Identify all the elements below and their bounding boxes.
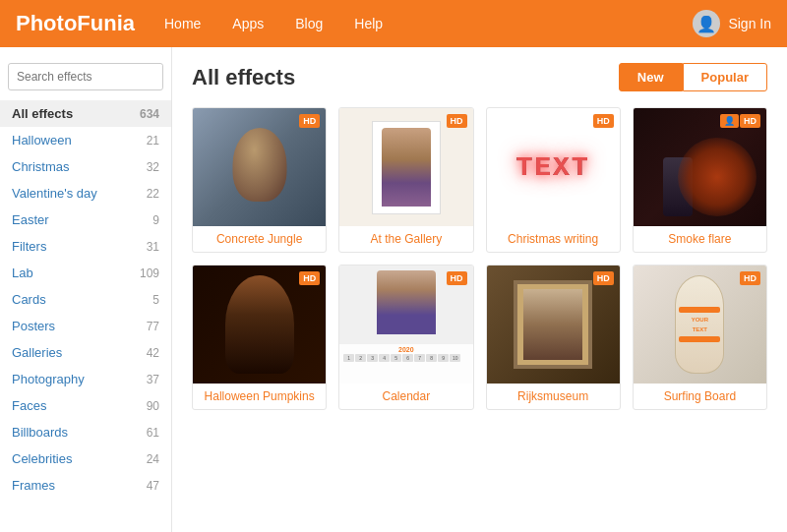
effect-card-calendar[interactable]: HD 2020 1 2 3 4 5 6 7 bbox=[338, 265, 473, 410]
sidebar-item-galleries[interactable]: Galleries 42 bbox=[0, 339, 171, 366]
sidebar-count-galleries: 42 bbox=[147, 346, 159, 360]
cal-cell: 6 bbox=[402, 354, 413, 362]
effect-name-at-the-gallery: At the Gallery bbox=[339, 226, 472, 252]
nav-apps[interactable]: Apps bbox=[226, 12, 270, 35]
sidebar-label-faces: Faces bbox=[12, 398, 46, 413]
sidebar-item-celebrities[interactable]: Celebrities 24 bbox=[0, 445, 171, 472]
sidebar-label-easter: Easter bbox=[12, 212, 49, 227]
effect-thumb-at-the-gallery: HD bbox=[339, 108, 472, 226]
toggle-group: New Popular bbox=[619, 63, 767, 91]
surfboard-text-your: YOUR bbox=[692, 317, 708, 323]
sidebar-item-easter[interactable]: Easter 9 bbox=[0, 207, 171, 233]
sidebar-item-filters[interactable]: Filters 31 bbox=[0, 233, 171, 260]
effect-card-concrete-jungle[interactable]: HD Concrete Jungle bbox=[192, 107, 327, 253]
sidebar-count-faces: 90 bbox=[147, 399, 159, 413]
calendar-overlay: 2020 1 2 3 4 5 6 7 8 9 10 bbox=[339, 344, 472, 384]
sidebar-count-posters: 77 bbox=[147, 320, 159, 333]
effect-card-at-the-gallery[interactable]: HD At the Gallery bbox=[338, 107, 473, 253]
rijks-inner bbox=[523, 289, 582, 360]
user-badge: 👤 bbox=[720, 114, 739, 128]
sidebar-count-easter: 9 bbox=[152, 213, 159, 227]
sidebar-item-billboards[interactable]: Billboards 61 bbox=[0, 419, 171, 445]
search-box[interactable]: 🔍 bbox=[8, 63, 163, 90]
sidebar-item-halloween[interactable]: Halloween 21 bbox=[0, 127, 171, 153]
header: PhotoFunia Home Apps Blog Help 👤 Sign In bbox=[0, 0, 787, 47]
hd-badge: HD bbox=[740, 114, 760, 128]
sidebar-item-valentines[interactable]: Valentine's day 22 bbox=[0, 180, 171, 207]
effect-name-christmas-writing: Christmas writing bbox=[487, 226, 620, 252]
effect-card-halloween-pumpkins[interactable]: HD Halloween Pumpkins bbox=[192, 265, 327, 410]
hd-badge: HD bbox=[299, 114, 320, 128]
sidebar-label-frames: Frames bbox=[12, 478, 55, 493]
effect-thumb-smoke-flare: HD 👤 bbox=[634, 108, 766, 226]
sidebar-count-all: 634 bbox=[140, 107, 159, 121]
sidebar-item-frames[interactable]: Frames 47 bbox=[0, 472, 171, 499]
sidebar-label-all: All effects bbox=[12, 106, 73, 121]
sidebar: 🔍 All effects 634 Halloween 21 Christmas… bbox=[0, 47, 172, 532]
nav-help[interactable]: Help bbox=[348, 12, 389, 35]
sidebar-count-celebrities: 24 bbox=[147, 452, 159, 466]
sidebar-count-lab: 109 bbox=[140, 266, 159, 280]
sidebar-label-galleries: Galleries bbox=[12, 345, 62, 360]
hd-badge: HD bbox=[593, 271, 614, 285]
nav-home[interactable]: Home bbox=[158, 12, 207, 35]
sidebar-item-lab[interactable]: Lab 109 bbox=[0, 260, 171, 286]
page-title: All effects bbox=[192, 65, 295, 90]
rijks-frame bbox=[514, 280, 592, 369]
sidebar-label-halloween: Halloween bbox=[12, 133, 72, 148]
search-input[interactable] bbox=[9, 65, 163, 89]
logo[interactable]: PhotoFunia bbox=[16, 11, 135, 36]
cal-cell: 2 bbox=[355, 354, 366, 362]
cal-cell: 3 bbox=[367, 354, 378, 362]
text-effect-word: TEXT bbox=[516, 152, 590, 183]
hd-badge: HD bbox=[593, 114, 614, 128]
sign-in-label: Sign In bbox=[728, 16, 771, 31]
sidebar-label-lab: Lab bbox=[12, 266, 33, 280]
effect-name-halloween-pumpkins: Halloween Pumpkins bbox=[193, 384, 326, 409]
effect-card-christmas-writing[interactable]: HD TEXT Christmas writing bbox=[486, 107, 621, 253]
sidebar-item-all[interactable]: All effects 634 bbox=[0, 100, 171, 127]
sidebar-item-christmas[interactable]: Christmas 32 bbox=[0, 153, 171, 180]
hd-badge: HD bbox=[299, 271, 320, 285]
cal-rows: 1 2 3 4 5 6 7 8 9 10 bbox=[343, 354, 468, 362]
sidebar-item-photography[interactable]: Photography 37 bbox=[0, 366, 171, 392]
cal-cell: 1 bbox=[343, 354, 354, 362]
sidebar-label-posters: Posters bbox=[12, 319, 55, 333]
surfboard-text-text: TEXT bbox=[693, 326, 707, 332]
toggle-popular-button[interactable]: Popular bbox=[683, 63, 767, 91]
sidebar-count-filters: 31 bbox=[147, 240, 159, 254]
sidebar-item-cards[interactable]: Cards 5 bbox=[0, 286, 171, 313]
sidebar-item-posters[interactable]: Posters 77 bbox=[0, 313, 171, 339]
sign-in-button[interactable]: 👤 Sign In bbox=[693, 10, 771, 37]
main-content: All effects New Popular HD Concrete Jung… bbox=[172, 47, 787, 532]
nav-blog[interactable]: Blog bbox=[289, 12, 329, 35]
effect-thumb-halloween-pumpkins: HD bbox=[193, 266, 326, 384]
sidebar-item-faces[interactable]: Faces 90 bbox=[0, 392, 171, 419]
effect-card-rijksmuseum[interactable]: HD Rijksmuseum bbox=[486, 265, 621, 410]
effect-card-surfboard[interactable]: HD YOUR TEXT Surfing Board bbox=[633, 265, 767, 410]
sidebar-count-frames: 47 bbox=[147, 479, 159, 493]
cal-header: 2020 bbox=[343, 346, 468, 353]
effect-thumb-surfboard: HD YOUR TEXT bbox=[634, 266, 766, 384]
cal-cell: 10 bbox=[450, 354, 460, 362]
sidebar-label-cards: Cards bbox=[12, 292, 46, 307]
sidebar-count-billboards: 61 bbox=[147, 426, 159, 440]
user-icon: 👤 bbox=[693, 10, 720, 37]
main-header: All effects New Popular bbox=[192, 63, 767, 91]
logo-funia: Funia bbox=[77, 11, 135, 35]
sidebar-label-celebrities: Celebrities bbox=[12, 451, 72, 466]
effect-name-calendar: Calendar bbox=[339, 384, 472, 409]
toggle-new-button[interactable]: New bbox=[619, 63, 683, 91]
surfboard-stripe bbox=[679, 336, 720, 342]
logo-photo: Photo bbox=[16, 11, 77, 35]
effect-name-concrete-jungle: Concrete Jungle bbox=[193, 226, 326, 252]
surfboard-stripe bbox=[679, 307, 720, 313]
effect-thumb-concrete-jungle: HD bbox=[193, 108, 326, 226]
cal-cell: 4 bbox=[379, 354, 390, 362]
halloween-person bbox=[225, 275, 294, 374]
effects-grid: HD Concrete Jungle HD At the Gallery bbox=[192, 107, 767, 410]
gallery-inner bbox=[372, 121, 441, 214]
sidebar-label-christmas: Christmas bbox=[12, 159, 70, 174]
effect-card-smoke-flare[interactable]: HD 👤 Smoke flare bbox=[633, 107, 767, 253]
sidebar-count-christmas: 32 bbox=[147, 160, 159, 174]
